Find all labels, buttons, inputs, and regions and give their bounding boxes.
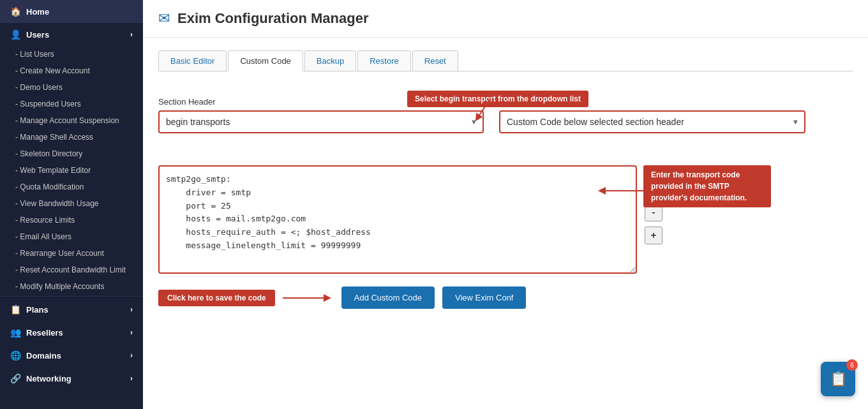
- sidebar-item-create-new-account[interactable]: - Create New Account: [0, 63, 143, 79]
- svg-line-1: [477, 99, 490, 118]
- resellers-chevron: ›: [130, 328, 133, 337]
- domains-chevron: ›: [130, 351, 133, 360]
- sidebar-item-quota-modification[interactable]: - Quota Modification: [0, 179, 143, 195]
- sidebar: 🏠Home 👤Users › - List Users - Create New…: [0, 0, 143, 409]
- section-header-select-wrapper: begin transports begin routers begin acl…: [158, 110, 484, 133]
- bottom-section: Click here to save the code Add Custom C…: [158, 286, 853, 309]
- sidebar-item-web-template-editor[interactable]: - Web Template Editor: [0, 162, 143, 179]
- tab-custom-code[interactable]: Custom Code: [228, 50, 303, 71]
- callout-bottom: Click here to save the code: [158, 290, 275, 306]
- code-textarea[interactable]: smtp2go_smtp: driver = smtp port = 25 ho…: [158, 165, 637, 274]
- bottom-arrow: [283, 292, 334, 304]
- page-header: ✉ Exim Configuration Manager: [143, 0, 868, 38]
- float-chat-button[interactable]: 📋 6: [821, 362, 855, 396]
- tab-backup[interactable]: Backup: [304, 50, 356, 71]
- float-chat-icon: 📋: [830, 371, 847, 387]
- networking-chevron: ›: [130, 374, 133, 383]
- view-exim-conf-button[interactable]: View Exim Conf: [442, 286, 527, 309]
- plans-icon: 📋: [10, 304, 21, 315]
- sidebar-item-resource-limits[interactable]: - Resource Limits: [0, 212, 143, 228]
- email-icon: ✉: [158, 10, 170, 27]
- callout-top: Select begin transport from the dropdown…: [407, 91, 588, 107]
- resellers-icon: 👥: [10, 327, 21, 338]
- callout-right-arrow: [592, 184, 643, 216]
- rule-select-wrapper: Custom Code below selected section heade…: [499, 110, 805, 133]
- sidebar-item-email-all-users[interactable]: - Email All Users: [0, 228, 143, 245]
- section-header-select[interactable]: begin transports begin routers begin acl…: [158, 110, 484, 133]
- sidebar-home[interactable]: 🏠Home: [0, 0, 143, 23]
- sidebar-item-list-users[interactable]: - List Users: [0, 46, 143, 63]
- sidebar-item-view-bandwidth-usage[interactable]: - View Bandwidth Usage: [0, 195, 143, 212]
- sidebar-item-suspended-users[interactable]: - Suspended Users: [0, 96, 143, 112]
- page-title: Exim Configuration Manager: [177, 10, 368, 27]
- plans-chevron: ›: [130, 305, 133, 314]
- sidebar-item-modify-multiple-accounts[interactable]: - Modify Multiple Accounts: [0, 278, 143, 295]
- callout-top-arrow: [471, 99, 509, 124]
- domains-icon: 🌐: [10, 350, 21, 361]
- main-content: ✉ Exim Configuration Manager Basic Edito…: [143, 0, 868, 409]
- callout-right: Enter the transport code provided in the…: [643, 165, 771, 207]
- tab-bar: Basic Editor Custom Code Backup Restore …: [158, 50, 853, 71]
- sidebar-users[interactable]: 👤Users ›: [0, 23, 143, 46]
- tab-restore[interactable]: Restore: [357, 50, 411, 71]
- textarea-section: Enter the transport code provided in the…: [158, 165, 853, 274]
- float-badge: 6: [846, 359, 858, 371]
- sidebar-plans[interactable]: 📋Plans ›: [0, 298, 143, 321]
- sidebar-item-manage-account-suspension[interactable]: - Manage Account Suspension: [0, 112, 143, 129]
- sidebar-item-demo-users[interactable]: - Demo Users: [0, 79, 143, 96]
- sidebar-resellers[interactable]: 👥Resellers ›: [0, 321, 143, 344]
- sidebar-networking[interactable]: 🔗Networking ›: [0, 367, 143, 390]
- font-controls: - +: [645, 204, 662, 244]
- sidebar-item-manage-shell-access[interactable]: - Manage Shell Access: [0, 129, 143, 145]
- users-icon: 👤: [10, 29, 21, 40]
- home-icon: 🏠: [10, 6, 21, 17]
- font-increase-button[interactable]: +: [645, 227, 662, 244]
- sidebar-item-rearrange-user-account[interactable]: - Rearrange User Account: [0, 245, 143, 262]
- sidebar-item-skeleton-directory[interactable]: - Skeleton Directory: [0, 145, 143, 162]
- add-custom-code-button[interactable]: Add Custom Code: [341, 286, 435, 309]
- sidebar-item-reset-account-bandwidth-limit[interactable]: - Reset Account Bandwidth Limit: [0, 262, 143, 278]
- content-area: Basic Editor Custom Code Backup Restore …: [143, 38, 868, 409]
- rule-select[interactable]: Custom Code below selected section heade…: [499, 110, 805, 133]
- tab-reset[interactable]: Reset: [412, 50, 458, 71]
- users-chevron: ›: [130, 30, 133, 39]
- networking-icon: 🔗: [10, 373, 21, 383]
- tab-basic-editor[interactable]: Basic Editor: [158, 50, 227, 71]
- sidebar-domains[interactable]: 🌐Domains ›: [0, 344, 143, 367]
